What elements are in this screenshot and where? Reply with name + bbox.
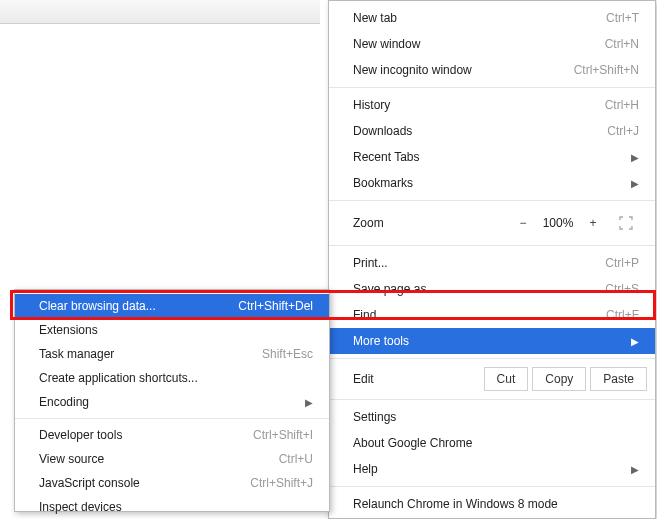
menu-item-encoding[interactable]: Encoding ▶: [15, 390, 329, 414]
cut-button[interactable]: Cut: [484, 367, 529, 391]
menu-item-task-manager[interactable]: Task manager Shift+Esc: [15, 342, 329, 366]
label: Print...: [353, 256, 605, 270]
label: Relaunch Chrome in Windows 8 mode: [353, 497, 639, 511]
label: Bookmarks: [353, 176, 623, 190]
more-tools-submenu: Clear browsing data... Ctrl+Shift+Del Ex…: [14, 289, 330, 512]
toolbar-background: [0, 0, 320, 24]
submenu-arrow-icon: ▶: [305, 397, 313, 408]
shortcut: Ctrl+P: [605, 256, 639, 270]
menu-item-new-incognito[interactable]: New incognito window Ctrl+Shift+N: [329, 57, 655, 83]
menu-item-print[interactable]: Print... Ctrl+P: [329, 250, 655, 276]
shortcut: Ctrl+F: [606, 308, 639, 322]
menu-item-inspect-devices[interactable]: Inspect devices: [15, 495, 329, 519]
label: New window: [353, 37, 605, 51]
shortcut: Ctrl+H: [605, 98, 639, 112]
menu-item-about[interactable]: About Google Chrome: [329, 430, 655, 456]
menu-item-downloads[interactable]: Downloads Ctrl+J: [329, 118, 655, 144]
zoom-in-button[interactable]: +: [581, 211, 605, 235]
separator: [329, 87, 655, 88]
submenu-arrow-icon: ▶: [631, 152, 639, 163]
label: Clear browsing data...: [39, 299, 238, 313]
label: Create application shortcuts...: [39, 371, 313, 385]
shortcut: Shift+Esc: [262, 347, 313, 361]
paste-button[interactable]: Paste: [590, 367, 647, 391]
menu-item-zoom: Zoom − 100% +: [329, 205, 655, 241]
label: Encoding: [39, 395, 297, 409]
label: New tab: [353, 11, 606, 25]
submenu-arrow-icon: ▶: [631, 336, 639, 347]
separator: [329, 399, 655, 400]
separator: [329, 486, 655, 487]
separator: [329, 200, 655, 201]
label: New incognito window: [353, 63, 574, 77]
label: Save page as...: [353, 282, 605, 296]
shortcut: Ctrl+Shift+Del: [238, 299, 313, 313]
copy-button[interactable]: Copy: [532, 367, 586, 391]
label: More tools: [353, 334, 623, 348]
menu-item-find[interactable]: Find... Ctrl+F: [329, 302, 655, 328]
shortcut: Ctrl+U: [279, 452, 313, 466]
shortcut: Ctrl+Shift+N: [574, 63, 639, 77]
menu-item-help[interactable]: Help ▶: [329, 456, 655, 482]
menu-item-view-source[interactable]: View source Ctrl+U: [15, 447, 329, 471]
fullscreen-icon[interactable]: [613, 211, 639, 235]
label: Task manager: [39, 347, 262, 361]
menu-item-create-shortcuts[interactable]: Create application shortcuts...: [15, 366, 329, 390]
label: Find...: [353, 308, 606, 322]
menu-item-more-tools[interactable]: More tools ▶: [329, 328, 655, 354]
shortcut: Ctrl+N: [605, 37, 639, 51]
menu-item-relaunch-win8[interactable]: Relaunch Chrome in Windows 8 mode: [329, 491, 655, 517]
menu-item-settings[interactable]: Settings: [329, 404, 655, 430]
submenu-arrow-icon: ▶: [631, 464, 639, 475]
label: Help: [353, 462, 623, 476]
menu-item-recent-tabs[interactable]: Recent Tabs ▶: [329, 144, 655, 170]
menu-item-history[interactable]: History Ctrl+H: [329, 92, 655, 118]
menu-item-js-console[interactable]: JavaScript console Ctrl+Shift+J: [15, 471, 329, 495]
submenu-arrow-icon: ▶: [631, 178, 639, 189]
label: Extensions: [39, 323, 313, 337]
label: Zoom: [353, 216, 511, 230]
zoom-value: 100%: [535, 216, 581, 230]
label: Inspect devices: [39, 500, 313, 514]
label: View source: [39, 452, 279, 466]
menu-item-developer-tools[interactable]: Developer tools Ctrl+Shift+I: [15, 423, 329, 447]
label: About Google Chrome: [353, 436, 639, 450]
menu-item-edit: Edit Cut Copy Paste: [329, 363, 655, 395]
menu-item-bookmarks[interactable]: Bookmarks ▶: [329, 170, 655, 196]
label: JavaScript console: [39, 476, 250, 490]
label: Developer tools: [39, 428, 253, 442]
shortcut: Ctrl+T: [606, 11, 639, 25]
label: Downloads: [353, 124, 607, 138]
label: Settings: [353, 410, 639, 424]
menu-item-extensions[interactable]: Extensions: [15, 318, 329, 342]
zoom-out-button[interactable]: −: [511, 211, 535, 235]
menu-item-clear-browsing-data[interactable]: Clear browsing data... Ctrl+Shift+Del: [15, 294, 329, 318]
shortcut: Ctrl+Shift+I: [253, 428, 313, 442]
shortcut: Ctrl+S: [605, 282, 639, 296]
menu-item-save-page-as[interactable]: Save page as... Ctrl+S: [329, 276, 655, 302]
menu-item-new-tab[interactable]: New tab Ctrl+T: [329, 5, 655, 31]
separator: [329, 245, 655, 246]
label: Recent Tabs: [353, 150, 623, 164]
label: Edit: [353, 372, 480, 386]
shortcut: Ctrl+J: [607, 124, 639, 138]
shortcut: Ctrl+Shift+J: [250, 476, 313, 490]
separator: [15, 418, 329, 419]
chrome-main-menu: New tab Ctrl+T New window Ctrl+N New inc…: [328, 0, 656, 519]
menu-item-new-window[interactable]: New window Ctrl+N: [329, 31, 655, 57]
label: History: [353, 98, 605, 112]
separator: [329, 358, 655, 359]
